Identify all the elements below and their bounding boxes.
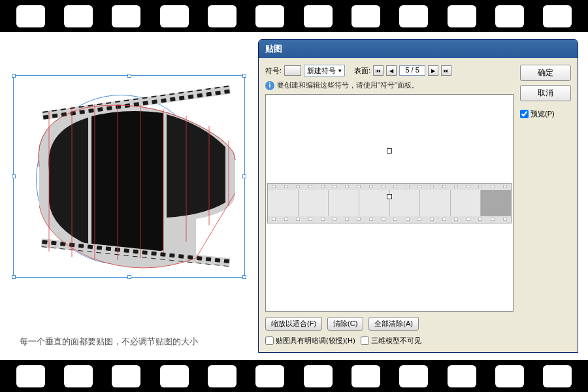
cancel-button[interactable]: 取消 bbox=[520, 85, 571, 101]
hint-text: 要创建和编辑这些符号，请使用"符号"面板。 bbox=[277, 80, 419, 90]
instruction-caption: 每一个垂直的面都要贴图，不必调节贴图的大小 bbox=[20, 336, 198, 348]
ok-button[interactable]: 确定 bbox=[520, 65, 571, 81]
artwork-panel: 每一个垂直的面都要贴图，不必调节贴图的大小 bbox=[10, 39, 252, 353]
symbol-value: 新建符号 bbox=[307, 66, 336, 76]
map-art-dialog: 贴图 符号: 新建符号 ▾ 表面: ⏮ ◀ 5 / 5 ▶ bbox=[258, 39, 578, 353]
preview-area[interactable] bbox=[265, 94, 514, 312]
scale-to-fit-button[interactable]: 缩放以适合(F) bbox=[265, 317, 322, 331]
clear-button[interactable]: 清除(C) bbox=[327, 317, 363, 331]
face-label: 表面: bbox=[354, 66, 370, 76]
preview-checkbox[interactable]: 预览(P) bbox=[520, 109, 571, 119]
dialog-titlebar[interactable]: 贴图 bbox=[259, 40, 578, 58]
invisible-geometry-checkbox[interactable]: 三维模型不可见 bbox=[361, 336, 421, 346]
info-icon: i bbox=[265, 81, 274, 90]
selection-handle-top[interactable] bbox=[387, 148, 392, 154]
clear-all-button[interactable]: 全部清除(A) bbox=[368, 317, 419, 331]
symbol-dropdown[interactable]: 新建符号 ▾ bbox=[304, 65, 345, 76]
last-face-button[interactable]: ⏭ bbox=[441, 65, 451, 76]
selection-handle-bottom[interactable] bbox=[387, 194, 392, 199]
next-face-button[interactable]: ▶ bbox=[428, 65, 438, 76]
shading-checkbox[interactable]: 贴图具有明暗调(较慢)(H) bbox=[265, 336, 355, 346]
first-face-button[interactable]: ⏮ bbox=[373, 65, 384, 76]
symbol-swatch[interactable] bbox=[284, 65, 301, 76]
artwork-3d-film[interactable] bbox=[13, 75, 245, 278]
bounding-box[interactable] bbox=[13, 75, 245, 278]
film-border-bottom bbox=[0, 360, 588, 392]
face-input[interactable]: 5 / 5 bbox=[399, 65, 425, 76]
chevron-down-icon: ▾ bbox=[338, 67, 342, 74]
filmstrip-symbol-preview[interactable] bbox=[267, 183, 512, 223]
film-border-top bbox=[0, 0, 588, 32]
prev-face-button[interactable]: ◀ bbox=[386, 65, 397, 76]
symbol-label: 符号: bbox=[265, 66, 282, 76]
